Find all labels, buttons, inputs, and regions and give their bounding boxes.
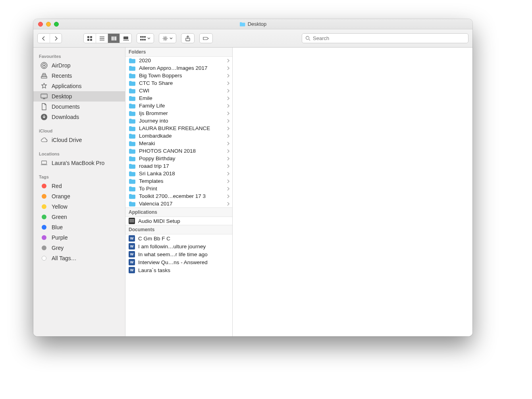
file-name: PHOTOS CANON 2018 (139, 148, 224, 154)
folder-icon (129, 186, 136, 192)
chevron-down-icon (170, 37, 173, 40)
file-name: In what seem…r life time ago (138, 251, 230, 257)
svg-rect-9 (125, 40, 126, 40)
file-name: Poppy Birthday (139, 155, 224, 161)
view-columns-button[interactable] (108, 34, 120, 43)
file-row[interactable]: CTC To Share (125, 79, 232, 87)
file-row[interactable]: Ijs Brommer (125, 109, 232, 117)
sidebar-item-red[interactable]: Red (33, 181, 125, 191)
file-name: Audio MIDI Setup (138, 218, 230, 224)
file-row[interactable]: LAURA BURKE FREELANCE (125, 125, 232, 132)
sidebar-item-blue[interactable]: Blue (33, 222, 125, 232)
tag-dot-icon (40, 203, 48, 210)
view-gallery-button[interactable] (120, 34, 131, 43)
word-doc-icon: W (129, 259, 135, 265)
sidebar-item-applications[interactable]: Applications (33, 81, 125, 91)
share-button[interactable] (181, 33, 195, 43)
svg-rect-6 (115, 36, 116, 40)
file-name: Valencia 2017 (139, 201, 224, 207)
sidebar-item-yellow[interactable]: Yellow (33, 201, 125, 212)
file-row[interactable]: CWI (125, 87, 232, 94)
sidebar-item-recents[interactable]: Recents (33, 71, 125, 81)
detail-pane (233, 48, 472, 336)
view-mode-segment (83, 33, 132, 43)
sidebar-item-desktop[interactable]: Desktop (33, 91, 125, 102)
file-row[interactable]: Templates (125, 177, 232, 185)
sidebar-item-all-tags-[interactable]: All Tags… (33, 253, 125, 263)
file-row[interactable]: 2020 (125, 57, 232, 64)
search-input[interactable] (313, 35, 465, 41)
sidebar-item-purple[interactable]: Purple (33, 232, 125, 243)
tags-button[interactable] (199, 33, 213, 43)
file-row[interactable]: Toolkit 2700…ecember 17 3 (125, 192, 232, 200)
folder-icon (129, 156, 136, 161)
back-button[interactable] (38, 34, 50, 43)
action-menu-button[interactable] (159, 33, 176, 43)
toolbar (33, 29, 472, 48)
folder-icon (129, 178, 136, 184)
svg-rect-10 (126, 40, 127, 40)
sidebar-item-orange[interactable]: Orange (33, 191, 125, 201)
file-name: C Gm Bb F C (138, 236, 230, 242)
sidebar-item-downloads[interactable]: Downloads (33, 112, 125, 122)
column-pane[interactable]: Folders2020Aileron Appro…Images 2017Big … (125, 48, 233, 336)
file-name: Aileron Appro…Images 2017 (139, 65, 224, 71)
file-row[interactable]: Poppy Birthday (125, 155, 232, 162)
view-icons-button[interactable] (84, 34, 96, 43)
chevron-right-icon (227, 96, 230, 100)
file-name: roaad trip 17 (139, 163, 224, 169)
forward-button[interactable] (50, 34, 62, 43)
finder-body: FavouritesAirDropRecentsApplicationsDesk… (33, 48, 472, 336)
svg-rect-14 (144, 36, 146, 38)
tag-dot-icon (40, 182, 48, 190)
file-row[interactable]: WIn what seem…r life time ago (125, 250, 232, 258)
sidebar-item-label: Applications (52, 83, 82, 89)
sidebar-item-airdrop[interactable]: AirDrop (33, 60, 125, 71)
file-row[interactable]: Journey into (125, 117, 232, 125)
folder-icon (129, 65, 136, 71)
close-window-button[interactable] (38, 22, 43, 27)
zoom-window-button[interactable] (54, 22, 59, 27)
folder-icon (129, 88, 136, 94)
file-row[interactable]: Valencia 2017 (125, 200, 232, 207)
file-row[interactable]: WLaura´s tasks (125, 266, 232, 274)
file-row[interactable]: Meraki (125, 140, 232, 147)
file-row[interactable]: roaad trip 17 (125, 162, 232, 170)
file-row[interactable]: WInterview Qu…ns - Answered (125, 258, 232, 266)
view-list-button[interactable] (96, 34, 108, 43)
sidebar-item-grey[interactable]: Grey (33, 243, 125, 253)
chevron-right-icon (227, 164, 230, 168)
file-row[interactable]: WI am followin…ulture journey (125, 242, 232, 250)
sidebar-item-label: Laura's MacBook Pro (52, 160, 104, 166)
file-row[interactable]: Aileron Appro…Images 2017 (125, 64, 232, 72)
file-row[interactable]: To Print (125, 185, 232, 192)
sidebar-item-label: Green (52, 214, 67, 220)
sidebar-item-label: Recents (52, 73, 72, 79)
tag-dot-icon (40, 234, 48, 241)
chevron-right-icon (227, 59, 230, 63)
sidebar-item-label: Orange (52, 193, 70, 200)
minimize-window-button[interactable] (46, 22, 51, 27)
chevron-right-icon (227, 81, 230, 85)
sidebar-item-icloud-drive[interactable]: iCloud Drive (33, 135, 125, 145)
file-row[interactable]: Big Town Boppers (125, 72, 232, 79)
file-row[interactable]: Audio MIDI Setup (125, 217, 232, 225)
tag-dot-icon (40, 255, 48, 262)
downloads-icon (40, 113, 48, 121)
sidebar-item-documents[interactable]: Documents (33, 102, 125, 112)
file-row[interactable]: PHOTOS CANON 2018 (125, 147, 232, 155)
search-field[interactable] (302, 33, 468, 43)
group-header: Documents (125, 225, 232, 234)
file-row[interactable]: Family Life (125, 102, 232, 109)
file-row[interactable]: Lombardkade (125, 132, 232, 140)
sidebar-item-label: iCloud Drive (52, 137, 82, 143)
file-row[interactable]: WC Gm Bb F C (125, 234, 232, 242)
chevron-down-icon (147, 37, 150, 40)
file-row[interactable]: Sri Lanka 2018 (125, 170, 232, 177)
file-name: I am followin…ulture journey (138, 244, 230, 249)
svg-rect-3 (90, 39, 92, 41)
group-by-button[interactable] (137, 33, 154, 43)
sidebar-item-laura-s-macbook-pro[interactable]: Laura's MacBook Pro (33, 158, 125, 168)
file-row[interactable]: Emile (125, 94, 232, 102)
sidebar-item-green[interactable]: Green (33, 212, 125, 222)
